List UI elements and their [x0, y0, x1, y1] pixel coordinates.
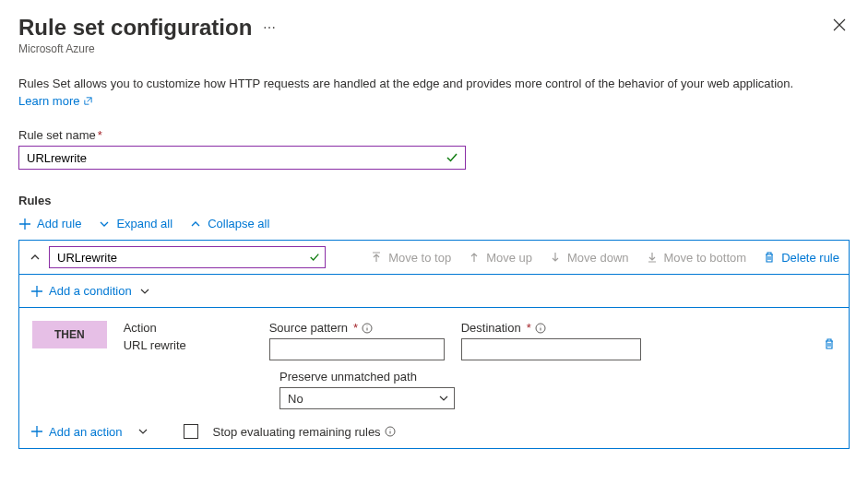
move-to-top-button[interactable]: Move to top: [370, 251, 451, 265]
ruleset-name-label: Rule set name*: [18, 128, 850, 142]
info-icon[interactable]: [362, 323, 373, 334]
check-icon: [309, 252, 320, 263]
move-down-label: Move down: [567, 251, 628, 265]
delete-rule-label: Delete rule: [781, 251, 839, 265]
rule-footer: Add an action Stop evaluating remaining …: [19, 415, 849, 448]
plus-icon: [30, 425, 43, 438]
trash-icon: [823, 337, 836, 350]
source-pattern-input[interactable]: [269, 338, 445, 360]
delete-rule-button[interactable]: Delete rule: [763, 251, 839, 265]
stop-eval-checkbox[interactable]: [184, 424, 198, 439]
external-link-icon: [83, 96, 93, 106]
rules-heading: Rules: [18, 194, 850, 207]
info-icon[interactable]: [535, 323, 546, 334]
page-title: Rule set configuration: [18, 15, 252, 41]
add-rule-button[interactable]: Add rule: [18, 217, 81, 230]
subtitle: Microsoft Azure: [18, 42, 277, 55]
add-condition-button[interactable]: Add a condition: [30, 284, 132, 298]
chevron-down-icon: [98, 218, 111, 230]
move-to-bottom-button[interactable]: Move to bottom: [646, 251, 747, 265]
move-down-button[interactable]: Move down: [549, 251, 628, 265]
source-pattern-label: Source pattern*: [269, 321, 445, 335]
info-icon[interactable]: [385, 426, 396, 437]
move-bottom-label: Move to bottom: [664, 251, 747, 265]
check-icon: [446, 151, 458, 164]
add-rule-label: Add rule: [37, 217, 81, 230]
required-asterisk: *: [98, 128, 102, 142]
more-menu-icon[interactable]: ⋯: [263, 20, 277, 35]
chevron-down-icon: [438, 393, 449, 404]
then-body: THEN Action URL rewrite Source pattern* …: [19, 308, 849, 415]
collapse-toggle-icon[interactable]: [29, 251, 42, 264]
action-label: Action: [124, 321, 253, 335]
destination-label-text: Destination: [461, 321, 521, 335]
rule-name-input[interactable]: [49, 246, 326, 268]
learn-more-link[interactable]: Learn more: [18, 94, 93, 108]
source-label-text: Source pattern: [269, 321, 348, 335]
stop-eval-text: Stop evaluating remaining rules: [213, 425, 381, 439]
destination-label: Destination*: [461, 321, 641, 335]
arrow-bottom-icon: [646, 251, 659, 264]
arrow-down-icon: [549, 251, 562, 264]
add-condition-label: Add a condition: [49, 284, 132, 298]
expand-all-label: Expand all: [116, 217, 172, 230]
required-asterisk: *: [527, 321, 531, 335]
arrow-top-icon: [370, 251, 383, 264]
arrow-up-icon: [468, 251, 481, 264]
move-up-button[interactable]: Move up: [468, 251, 532, 265]
required-asterisk: *: [353, 321, 358, 335]
delete-action-button[interactable]: [823, 337, 836, 353]
trash-icon: [763, 251, 776, 264]
collapse-all-label: Collapse all: [208, 217, 269, 230]
ruleset-name-label-text: Rule set name: [18, 128, 96, 142]
move-top-label: Move to top: [388, 251, 451, 265]
rule-header: Move to top Move up Move down Move to bo…: [19, 241, 849, 275]
chevron-down-icon[interactable]: [139, 286, 150, 297]
then-badge: THEN: [32, 321, 107, 348]
preserve-select[interactable]: No: [279, 387, 455, 409]
plus-icon: [18, 218, 31, 230]
collapse-all-button[interactable]: Collapse all: [189, 217, 269, 230]
destination-input[interactable]: [461, 338, 641, 360]
learn-more-label: Learn more: [18, 94, 79, 108]
plus-icon: [30, 285, 43, 298]
move-up-label: Move up: [486, 251, 532, 265]
ruleset-name-input[interactable]: [18, 146, 466, 170]
rule-card: Move to top Move up Move down Move to bo…: [18, 240, 850, 449]
expand-all-button[interactable]: Expand all: [98, 217, 172, 230]
condition-row: Add a condition: [19, 275, 849, 308]
description-text: Rules Set allows you to customize how HT…: [18, 76, 850, 92]
stop-eval-label: Stop evaluating remaining rules: [213, 425, 396, 439]
close-icon[interactable]: [829, 15, 850, 39]
chevron-up-icon: [189, 218, 202, 230]
add-action-label: Add an action: [49, 425, 123, 439]
chevron-down-icon[interactable]: [137, 426, 149, 437]
add-action-button[interactable]: Add an action: [30, 425, 123, 439]
preserve-value: No: [288, 392, 303, 406]
action-value: URL rewrite: [124, 338, 253, 352]
preserve-label: Preserve unmatched path: [279, 370, 836, 384]
